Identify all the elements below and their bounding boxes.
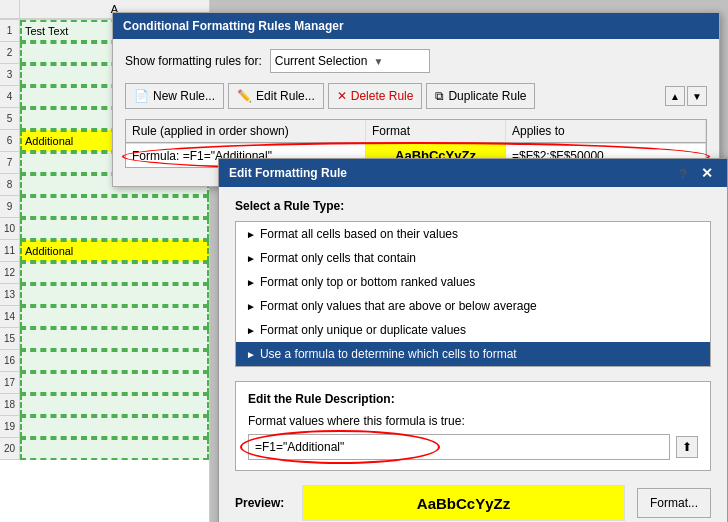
ss-row-10: 10: [0, 218, 209, 240]
rule-type-above-below[interactable]: ► Format only values that are above or b…: [236, 294, 710, 318]
duplicate-icon: ⧉: [435, 89, 444, 103]
formula-input-row: ⬆: [248, 434, 698, 460]
ss-cell-10[interactable]: [20, 218, 209, 240]
rule-type-label-5: Use a formula to determine which cells t…: [260, 347, 517, 361]
edit-rule-button[interactable]: ✏️ Edit Rule...: [228, 83, 324, 109]
rule-type-top-bottom[interactable]: ► Format only top or bottom ranked value…: [236, 270, 710, 294]
row-num-16: 16: [0, 350, 20, 372]
move-down-button[interactable]: ▼: [687, 86, 707, 106]
row-num-14: 14: [0, 306, 20, 328]
expand-formula-button[interactable]: ⬆: [676, 436, 698, 458]
delete-rule-button[interactable]: ✕ Delete Rule: [328, 83, 423, 109]
help-button[interactable]: ?: [679, 166, 687, 181]
arrow-icon-1: ►: [246, 253, 256, 264]
rule-type-label-0: Format all cells based on their values: [260, 227, 458, 241]
rules-table-header: Rule (applied in order shown) Format App…: [126, 120, 706, 143]
preview-box: AaBbCcYyZz: [302, 485, 625, 521]
cf-dialog-title: Conditional Formatting Rules Manager: [123, 19, 344, 33]
ss-cell-14[interactable]: [20, 306, 209, 328]
ss-row-9: 9: [0, 196, 209, 218]
delete-rule-label: Delete Rule: [351, 89, 414, 103]
row-num-20: 20: [0, 438, 20, 460]
row-num-18: 18: [0, 394, 20, 416]
row-num-5: 5: [0, 108, 20, 130]
row-num-header: [0, 0, 20, 19]
arrow-icon-0: ►: [246, 229, 256, 240]
ss-row-19: 19: [0, 416, 209, 438]
col-header-applies: Applies to: [506, 120, 706, 142]
edit-dialog-titlebar: Edit Formatting Rule ? ✕: [219, 159, 727, 187]
row-num-19: 19: [0, 416, 20, 438]
current-selection-dropdown[interactable]: Current Selection ▼: [270, 49, 430, 73]
arrow-icon-3: ►: [246, 301, 256, 312]
show-rules-label: Show formatting rules for:: [125, 54, 262, 68]
description-section: Edit the Rule Description: Format values…: [235, 381, 711, 471]
row-num-11: 11: [0, 240, 20, 262]
ss-cell-9[interactable]: [20, 196, 209, 218]
format-button[interactable]: Format...: [637, 488, 711, 518]
row-num-6: 6: [0, 130, 20, 152]
ss-row-16: 16: [0, 350, 209, 372]
rule-type-label-4: Format only unique or duplicate values: [260, 323, 466, 337]
cf-dialog-titlebar: Conditional Formatting Rules Manager: [113, 13, 719, 39]
row-num-7: 7: [0, 152, 20, 174]
row-num-4: 4: [0, 86, 20, 108]
current-selection-value: Current Selection: [275, 54, 368, 68]
ss-row-17: 17: [0, 372, 209, 394]
delete-icon: ✕: [337, 89, 347, 103]
dropdown-arrow-icon: ▼: [373, 56, 383, 67]
ss-cell-18[interactable]: [20, 394, 209, 416]
row-num-15: 15: [0, 328, 20, 350]
new-rule-label: New Rule...: [153, 89, 215, 103]
show-rules-row: Show formatting rules for: Current Selec…: [125, 49, 707, 73]
edit-rule-icon: ✏️: [237, 89, 252, 103]
formula-input[interactable]: [248, 434, 670, 460]
ss-cell-13[interactable]: [20, 284, 209, 306]
ss-cell-12[interactable]: [20, 262, 209, 284]
ss-row-20: 20: [0, 438, 209, 460]
edit-rule-dialog: Edit Formatting Rule ? ✕ Select a Rule T…: [218, 158, 728, 522]
ss-row-12: 12: [0, 262, 209, 284]
ss-cell-15[interactable]: [20, 328, 209, 350]
duplicate-rule-button[interactable]: ⧉ Duplicate Rule: [426, 83, 535, 109]
row-num-17: 17: [0, 372, 20, 394]
ss-row-14: 14: [0, 306, 209, 328]
preview-row: Preview: AaBbCcYyZz Format...: [235, 485, 711, 521]
ss-row-15: 15: [0, 328, 209, 350]
rule-type-unique-duplicate[interactable]: ► Format only unique or duplicate values: [236, 318, 710, 342]
ss-cell-19[interactable]: [20, 416, 209, 438]
new-rule-button[interactable]: 📄 New Rule...: [125, 83, 224, 109]
formula-true-label: Format values where this formula is true…: [248, 414, 698, 428]
ss-cell-20[interactable]: [20, 438, 209, 460]
rule-type-cells-contain[interactable]: ► Format only cells that contain: [236, 246, 710, 270]
row-num-10: 10: [0, 218, 20, 240]
ss-cell-17[interactable]: [20, 372, 209, 394]
ss-cell-16[interactable]: [20, 350, 209, 372]
edit-dialog-body: Select a Rule Type: ► Format all cells b…: [219, 187, 727, 522]
rule-type-label-2: Format only top or bottom ranked values: [260, 275, 475, 289]
rule-type-label-1: Format only cells that contain: [260, 251, 416, 265]
edit-dialog-title: Edit Formatting Rule: [229, 166, 347, 180]
row-num-3: 3: [0, 64, 20, 86]
arrow-icon-2: ►: [246, 277, 256, 288]
col-header-rule: Rule (applied in order shown): [126, 120, 366, 142]
ss-row-11: 11Additional: [0, 240, 209, 262]
row-num-12: 12: [0, 262, 20, 284]
ss-row-13: 13: [0, 284, 209, 306]
arrow-icon-5: ►: [246, 349, 256, 360]
move-up-button[interactable]: ▲: [665, 86, 685, 106]
rule-type-formula[interactable]: ► Use a formula to determine which cells…: [236, 342, 710, 366]
row-num-13: 13: [0, 284, 20, 306]
ss-cell-11[interactable]: Additional: [20, 240, 209, 262]
rule-type-list: ► Format all cells based on their values…: [235, 221, 711, 367]
row-num-9: 9: [0, 196, 20, 218]
rule-type-all-cells[interactable]: ► Format all cells based on their values: [236, 222, 710, 246]
edit-dialog-close-button[interactable]: ✕: [697, 165, 717, 181]
row-num-1: 1: [0, 20, 20, 42]
edit-rule-label: Edit Rule...: [256, 89, 315, 103]
row-num-8: 8: [0, 174, 20, 196]
description-label: Edit the Rule Description:: [248, 392, 698, 406]
rule-type-label-3: Format only values that are above or bel…: [260, 299, 537, 313]
ss-row-18: 18: [0, 394, 209, 416]
cf-toolbar: 📄 New Rule... ✏️ Edit Rule... ✕ Delete R…: [125, 83, 707, 109]
